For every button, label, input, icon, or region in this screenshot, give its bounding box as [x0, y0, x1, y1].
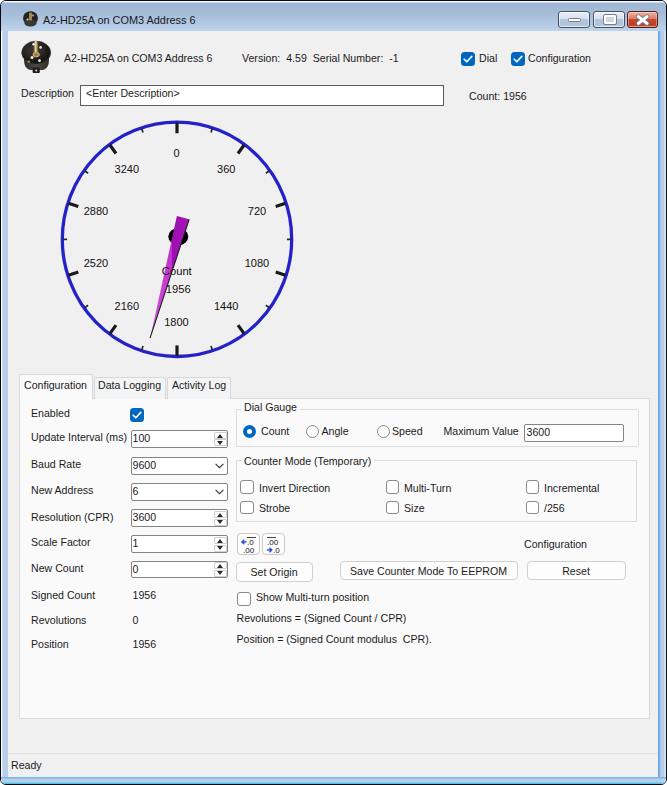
- svg-text:360: 360: [217, 163, 235, 175]
- svg-text:.0: .0: [273, 546, 280, 555]
- svg-text:1800: 1800: [164, 316, 188, 328]
- svg-text:1080: 1080: [245, 257, 269, 269]
- svg-text:2520: 2520: [84, 257, 108, 269]
- svg-text:3240: 3240: [115, 163, 139, 175]
- svg-text:1956: 1956: [166, 283, 191, 295]
- svg-text:1440: 1440: [214, 300, 238, 312]
- svg-text:Count: Count: [162, 265, 193, 277]
- svg-text:2880: 2880: [84, 205, 108, 217]
- svg-text:2160: 2160: [115, 300, 139, 312]
- svg-text:.00: .00: [243, 546, 255, 555]
- svg-text:0: 0: [174, 147, 180, 159]
- svg-text:720: 720: [248, 205, 266, 217]
